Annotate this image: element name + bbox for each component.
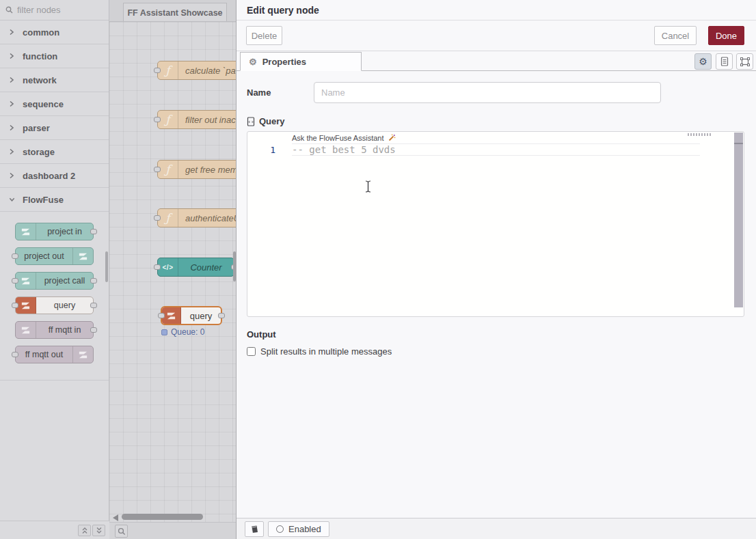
chevron-right-icon xyxy=(9,29,15,36)
function-icon: ƒ xyxy=(158,111,178,128)
flow-workspace[interactable]: ƒ calculate `pa ƒ filter out inac ƒ get … xyxy=(109,22,236,539)
file-code-icon xyxy=(247,117,255,126)
split-results-row: Split results in multiple messages xyxy=(247,346,746,357)
editor-divider xyxy=(292,155,700,156)
flow-tab[interactable]: FF Assistant Showcase xyxy=(123,3,227,22)
chevron-down-icon xyxy=(9,197,15,202)
split-results-checkbox[interactable] xyxy=(247,347,256,356)
palette-category-function[interactable]: function xyxy=(0,44,109,68)
chevron-right-icon xyxy=(9,77,15,83)
input-port[interactable] xyxy=(154,264,161,270)
search-input[interactable] xyxy=(17,5,99,15)
workspace-tabbar: FF Assistant Showcase xyxy=(109,0,236,22)
flowfuse-icon xyxy=(162,307,181,324)
double-chevron-up-icon xyxy=(81,527,88,534)
function-node-filter[interactable]: ƒ filter out inac xyxy=(157,110,236,129)
palette-node-project-call[interactable]: project call xyxy=(15,272,94,290)
input-port[interactable] xyxy=(158,313,165,318)
palette-node-project-out[interactable]: project out xyxy=(15,247,94,265)
node-red-editor: common function network sequence parser xyxy=(0,0,756,539)
chevron-right-icon xyxy=(9,172,15,179)
name-input[interactable] xyxy=(314,82,661,103)
navigator-button[interactable] xyxy=(115,525,128,538)
node-palette: common function network sequence parser xyxy=(0,0,109,539)
node-status: Queue: 0 xyxy=(161,327,204,337)
function-node-authenticate[interactable]: ƒ authenticateU xyxy=(157,208,236,227)
palette-scrollbar[interactable] xyxy=(105,251,108,282)
canvas-horizontal-scrollbar[interactable] xyxy=(122,514,203,520)
assistant-hint[interactable]: Ask the FlowFuse Assistant xyxy=(292,134,396,142)
palette-node-project-in[interactable]: project in xyxy=(15,223,94,240)
status-text: Queue: 0 xyxy=(171,327,204,337)
delete-button[interactable]: Delete xyxy=(246,26,282,45)
flowfuse-icon xyxy=(16,297,36,314)
gear-icon: ⚙ xyxy=(699,57,707,66)
cancel-button[interactable]: Cancel xyxy=(654,26,697,45)
palette-node-ff-mqtt-out[interactable]: ff mqtt out xyxy=(15,346,94,363)
output-section-label: Output xyxy=(247,329,746,340)
input-port[interactable] xyxy=(154,68,161,73)
flow-canvas: FF Assistant Showcase ƒ calculate `pa ƒ … xyxy=(109,0,236,539)
code-line: -- get best 5 dvds xyxy=(292,144,396,155)
input-port xyxy=(12,352,18,357)
palette-category-storage[interactable]: storage xyxy=(0,140,109,164)
palette-category-sequence[interactable]: sequence xyxy=(0,92,109,116)
palette-flowfuse-nodes: project in project out project call xyxy=(0,212,109,381)
appearance-icon xyxy=(740,57,750,66)
palette-category-dashboard2[interactable]: dashboard 2 xyxy=(0,164,109,188)
tab-properties[interactable]: ⚙ Properties xyxy=(240,52,362,71)
function-node-get-free-mem[interactable]: ƒ get free mem xyxy=(157,160,236,179)
text-cursor-pointer xyxy=(365,180,371,193)
palette-node-ff-mqtt-in[interactable]: ff mqtt in xyxy=(15,321,94,339)
docs-button[interactable] xyxy=(245,521,264,537)
input-port[interactable] xyxy=(154,167,161,172)
line-number: 1 xyxy=(247,145,286,155)
scroll-left-arrow[interactable] xyxy=(113,514,118,521)
dialog-header: Edit query node xyxy=(237,0,756,20)
flowfuse-icon xyxy=(16,223,36,240)
chevron-right-icon xyxy=(9,53,15,59)
document-icon xyxy=(720,57,729,66)
done-button[interactable]: Done xyxy=(708,26,744,45)
magic-wand-icon xyxy=(388,134,396,142)
status-dot xyxy=(161,329,167,335)
properties-form: Name Query Ask the FlowFuse Assistant xyxy=(237,71,756,357)
dialog-footer: Enabled xyxy=(237,518,756,539)
palette-category-flowfuse[interactable]: FlowFuse xyxy=(0,188,109,212)
palette-category-network[interactable]: network xyxy=(0,68,109,92)
chevron-right-icon xyxy=(9,124,15,131)
palette-category-common[interactable]: common xyxy=(0,20,109,44)
query-node-selected[interactable]: query xyxy=(161,306,222,325)
edit-dialog: Edit query node Delete Cancel Done ⚙ Pro… xyxy=(236,0,756,539)
input-port xyxy=(12,278,18,284)
palette-category-parser[interactable]: parser xyxy=(0,116,109,140)
enabled-toggle-button[interactable]: Enabled xyxy=(268,521,329,537)
enabled-label: Enabled xyxy=(288,524,321,534)
appearance-icon-button[interactable] xyxy=(736,53,753,70)
palette-node-query[interactable]: query xyxy=(15,296,94,314)
properties-icon-button[interactable]: ⚙ xyxy=(694,53,712,70)
output-port[interactable] xyxy=(218,313,225,318)
input-port xyxy=(12,253,18,259)
output-port xyxy=(90,229,97,234)
query-section-header: Query xyxy=(247,116,746,126)
input-port[interactable] xyxy=(154,215,161,221)
collapse-all-button[interactable] xyxy=(78,525,91,536)
expand-all-button[interactable] xyxy=(92,525,105,536)
dialog-title: Edit query node xyxy=(247,5,319,16)
function-icon: ƒ xyxy=(158,161,178,178)
editor-scrollbar[interactable] xyxy=(734,133,743,307)
flowfuse-icon xyxy=(16,322,36,338)
chevron-right-icon xyxy=(9,148,15,155)
description-icon-button[interactable] xyxy=(716,53,733,70)
output-port xyxy=(90,278,97,284)
sql-code-editor[interactable]: Ask the FlowFuse Assistant 1 -- get best… xyxy=(247,131,744,317)
function-node-calculate[interactable]: ƒ calculate `pa xyxy=(157,61,236,80)
query-label: Query xyxy=(259,116,285,126)
template-node-counter[interactable]: </> Counter xyxy=(157,258,234,277)
book-icon xyxy=(250,525,259,534)
split-results-label[interactable]: Split results in multiple messages xyxy=(260,346,392,357)
palette-search[interactable] xyxy=(0,0,109,20)
output-port xyxy=(90,303,97,308)
input-port[interactable] xyxy=(154,117,161,122)
